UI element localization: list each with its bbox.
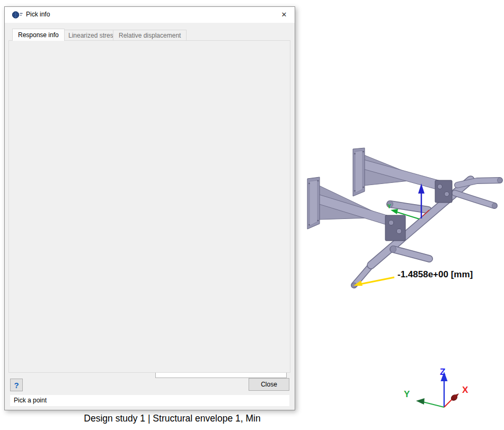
dialog-title: Pick info [26, 11, 50, 18]
probe-leader-line [360, 277, 394, 284]
bolt-hole [362, 187, 364, 188]
lower-handle-face [455, 193, 494, 206]
clamp-bolt [445, 192, 449, 197]
app-screen: Pick info ✕ Response info Linearized str… [0, 0, 504, 430]
study-caption: Design study 1 | Structural envelope 1, … [32, 413, 313, 424]
tab-panel [8, 40, 290, 373]
status-bar: Pick a point [10, 395, 289, 406]
tube-end-cap [492, 203, 497, 208]
grip-tube-rear-face [390, 204, 428, 210]
y-axis [423, 402, 444, 407]
bolt-hole [317, 180, 319, 182]
bolt-hole [362, 151, 364, 153]
bolt-hole [308, 183, 310, 185]
clamp-bolt [438, 185, 443, 189]
pick-info-dialog: Pick info ✕ Response info Linearized str… [4, 6, 295, 410]
tube-end-cap [497, 178, 502, 183]
tube-end-cap [390, 246, 396, 253]
mini-y-axis-label: Y [387, 204, 391, 209]
rear-wall-plate-face [355, 151, 362, 193]
dialog-titlebar[interactable]: Pick info ✕ [5, 7, 295, 23]
tab-response-info[interactable]: Response info [12, 29, 65, 41]
close-icon[interactable]: ✕ [273, 7, 295, 23]
mini-y-arrowhead-icon [391, 209, 398, 214]
bolt-hole [308, 224, 310, 226]
clamp-bolt [388, 220, 394, 225]
view-triad: Z X Y [397, 361, 493, 419]
probe-value-label: -1.4858e+00 [mm] [397, 269, 473, 279]
pick-info-icon [12, 11, 23, 19]
help-button[interactable]: ? [10, 379, 23, 391]
x-axis-label: X [462, 385, 468, 395]
z-axis-label: Z [440, 367, 445, 377]
y-arrowhead-icon [416, 398, 425, 405]
close-button[interactable]: Close [249, 378, 289, 391]
bolt-hole [354, 153, 356, 155]
front-clamp [385, 215, 405, 241]
tab-relative-displacement[interactable]: Relative displacement [113, 30, 187, 40]
model-viewport[interactable]: Y -1.4858e+00 [mm] [297, 143, 504, 308]
front-wall-plate-face [310, 180, 317, 226]
bolt-hole [354, 190, 356, 192]
bolt-hole [317, 220, 319, 222]
x-axis [444, 399, 453, 407]
rear-clamp [435, 180, 452, 203]
y-axis-label: Y [404, 389, 410, 399]
clamp-bolt [396, 229, 402, 234]
